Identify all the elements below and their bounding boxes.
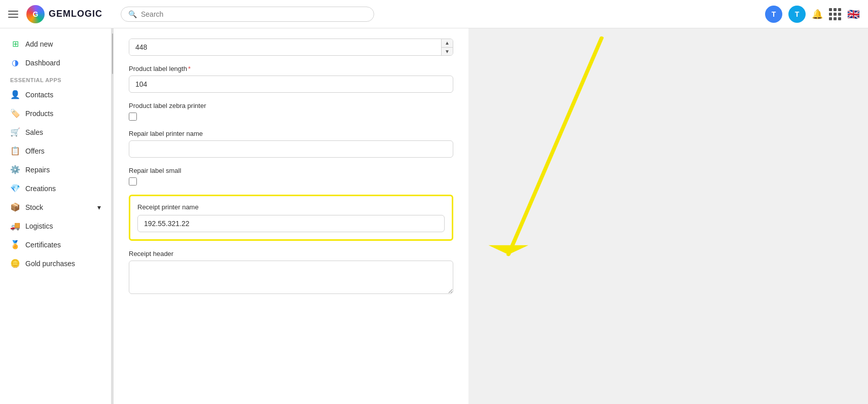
products-icon: 🏷️: [10, 108, 20, 118]
repair-label-small-checkbox[interactable]: [129, 177, 137, 186]
sidebar-item-sales[interactable]: 🛒 Sales: [0, 123, 111, 141]
hamburger-menu[interactable]: [8, 11, 18, 18]
repair-label-printer-label: Repair label printer name: [129, 130, 453, 137]
sidebar-offers-label: Offers: [25, 147, 45, 155]
repair-label-small-checkbox-wrapper: [129, 177, 453, 186]
sales-icon: 🛒: [10, 127, 20, 137]
form-group-product-label-zebra: Product label zebra printer: [129, 102, 453, 121]
certificates-icon: 🏅: [10, 240, 20, 249]
product-label-length-input[interactable]: [129, 76, 453, 93]
navbar: G GEMLOGIC 🔍 T T 🔔 🇬🇧: [0, 0, 868, 28]
sidebar-contacts-label: Contacts: [25, 91, 53, 99]
form-group-repair-label-small: Repair label small: [129, 167, 453, 186]
sidebar-scrollbar[interactable]: [112, 28, 114, 404]
sidebar-item-stock[interactable]: 📦 Stock ▾: [0, 198, 111, 216]
receipt-header-textarea[interactable]: [129, 261, 453, 294]
sidebar-item-creations[interactable]: 💎 Creations: [0, 179, 111, 198]
sidebar-item-products[interactable]: 🏷️ Products: [0, 104, 111, 123]
sidebar-dashboard-label: Dashboard: [25, 59, 60, 67]
sidebar-sales-label: Sales: [25, 128, 43, 136]
sidebar-section-essential-apps: ESSENTIAL APPS: [0, 72, 111, 85]
sidebar-add-new-label: Add new: [25, 40, 53, 48]
svg-marker-1: [488, 245, 528, 255]
scrollbar-thumb: [112, 33, 113, 74]
repairs-icon: ⚙️: [10, 165, 20, 174]
search-input[interactable]: [141, 10, 367, 18]
offers-icon: 📋: [10, 146, 20, 156]
stock-icon: 📦: [10, 202, 20, 212]
product-label-zebra-checkbox-wrapper: [129, 113, 453, 121]
number-input[interactable]: [129, 39, 441, 55]
sidebar-item-repairs[interactable]: ⚙️ Repairs: [0, 160, 111, 179]
logo-text: GEMLOGIC: [49, 9, 102, 19]
add-new-icon: ⊞: [10, 39, 20, 49]
dashboard-icon: ◑: [10, 58, 20, 67]
sidebar-item-logistics[interactable]: 🚚 Logistics: [0, 216, 111, 235]
spinner-down-button[interactable]: ▼: [442, 48, 453, 56]
required-star: *: [188, 65, 191, 72]
sidebar-products-label: Products: [25, 109, 53, 118]
logo-icon: G: [26, 5, 45, 23]
spinner-up-button[interactable]: ▲: [442, 39, 453, 48]
number-spinner: ▲ ▼: [129, 39, 453, 56]
sidebar-item-add-new[interactable]: ⊞ Add new: [0, 34, 111, 53]
receipt-header-label: Receipt header: [129, 250, 453, 258]
sidebar-item-dashboard[interactable]: ◑ Dashboard: [0, 53, 111, 72]
form-group-number: ▲ ▼: [129, 39, 453, 56]
form-panel: ▲ ▼ Product label length * Product label…: [114, 28, 468, 404]
form-group-receipt-header: Receipt header: [129, 250, 453, 296]
repair-label-small-label: Repair label small: [129, 167, 453, 174]
product-label-zebra-checkbox[interactable]: [129, 113, 137, 121]
bell-icon[interactable]: 🔔: [812, 9, 823, 20]
sidebar-item-contacts[interactable]: 👤 Contacts: [0, 85, 111, 104]
content-area: ▲ ▼ Product label length * Product label…: [114, 28, 868, 404]
form-group-repair-label-printer: Repair label printer name: [129, 130, 453, 158]
creations-icon: 💎: [10, 183, 20, 193]
receipt-printer-name-input[interactable]: [137, 215, 445, 232]
sidebar-repairs-label: Repairs: [25, 166, 50, 174]
avatar-secondary[interactable]: T: [788, 6, 806, 23]
receipt-printer-highlighted-box: Receipt printer name: [129, 195, 453, 241]
sidebar-item-offers[interactable]: 📋 Offers: [0, 141, 111, 160]
main-layout: ⊞ Add new ◑ Dashboard ESSENTIAL APPS 👤 C…: [0, 28, 868, 404]
search-icon: 🔍: [128, 10, 137, 18]
sidebar-item-certificates[interactable]: 🏅 Certificates: [0, 235, 111, 254]
logistics-icon: 🚚: [10, 221, 20, 231]
svg-line-0: [509, 38, 602, 255]
chevron-down-icon: ▾: [97, 203, 101, 211]
contacts-icon: 👤: [10, 90, 20, 99]
navbar-right: T T 🔔 🇬🇧: [765, 6, 860, 23]
sidebar-certificates-label: Certificates: [25, 241, 61, 249]
spinner-arrows: ▲ ▼: [441, 39, 453, 55]
annotation-arrow: [468, 28, 868, 404]
product-label-zebra-label: Product label zebra printer: [129, 102, 453, 109]
sidebar-creations-label: Creations: [25, 185, 56, 193]
language-flag-icon[interactable]: 🇬🇧: [847, 8, 860, 20]
apps-grid-icon[interactable]: [829, 8, 841, 20]
sidebar-stock-label: Stock: [25, 203, 43, 211]
receipt-printer-name-label: Receipt printer name: [137, 203, 445, 211]
form-group-product-label-length: Product label length *: [129, 65, 453, 93]
search-container: 🔍: [121, 7, 374, 22]
logo: G GEMLOGIC: [26, 5, 102, 23]
gold-purchases-icon: 🪙: [10, 259, 20, 268]
repair-label-printer-input[interactable]: [129, 140, 453, 158]
product-label-length-label: Product label length *: [129, 65, 453, 72]
sidebar: ⊞ Add new ◑ Dashboard ESSENTIAL APPS 👤 C…: [0, 28, 112, 404]
sidebar-item-gold-purchases[interactable]: 🪙 Gold purchases: [0, 254, 111, 273]
sidebar-gold-purchases-label: Gold purchases: [25, 260, 75, 268]
right-panel: [468, 28, 868, 404]
sidebar-logistics-label: Logistics: [25, 222, 53, 230]
avatar-primary[interactable]: T: [765, 6, 782, 23]
